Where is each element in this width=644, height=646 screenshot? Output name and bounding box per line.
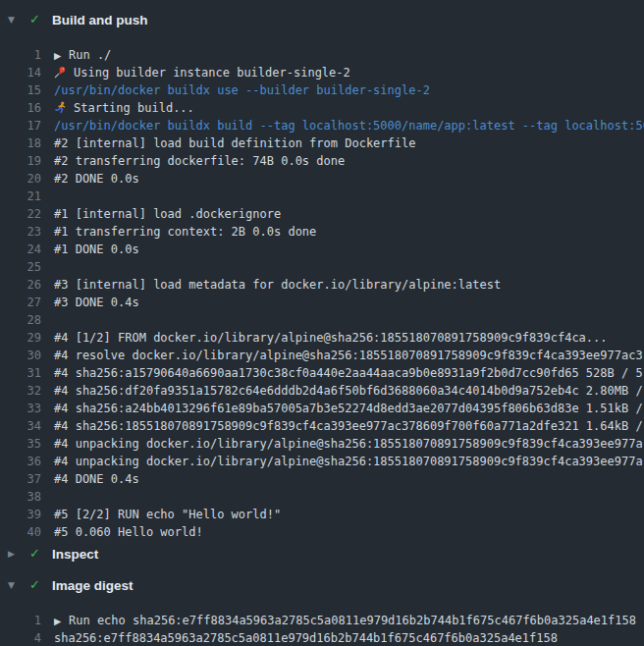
line-number[interactable]: 22 <box>0 205 41 223</box>
success-check-icon: ✓ <box>29 576 52 594</box>
play-icon[interactable]: ▶ <box>54 47 69 64</box>
actions-log-viewer: ▼✓Build and push1▶Run ./14Using builder … <box>0 11 644 646</box>
log-line: 15/usr/bin/docker buildx use --builder b… <box>0 81 644 99</box>
log-text: /usr/bin/docker buildx build --tag local… <box>41 117 644 135</box>
log-text: #4 sha256:df20fa9351a15782c64e6dddb2d4a6… <box>41 382 644 400</box>
line-number[interactable]: 31 <box>0 364 41 382</box>
log-text: #4 [1/2] FROM docker.io/library/alpine@s… <box>41 329 644 347</box>
step-header-inspect[interactable]: ▶✓Inspect <box>0 545 644 563</box>
log-text: #2 [internal] load build definition from… <box>41 135 644 152</box>
log-text-content: Starting build... <box>74 101 194 115</box>
line-number[interactable]: 34 <box>0 417 41 435</box>
log-text-content: #4 sha256:185518070891758909c9f839cf4ca3… <box>54 419 643 433</box>
line-number[interactable]: 38 <box>0 488 41 506</box>
line-number[interactable]: 16 <box>0 99 41 117</box>
step-title: Inspect <box>52 547 98 562</box>
log-text: Starting build... <box>41 99 644 117</box>
line-number[interactable]: 30 <box>0 347 41 364</box>
log-text: #5 0.060 Hello world! <box>41 523 644 541</box>
log-line: 36#4 unpacking docker.io/library/alpine@… <box>0 453 644 470</box>
log-line: 24#1 DONE 0.0s <box>0 241 644 258</box>
log-line: 31#4 sha256:a15790640a6690aa1730c38cf0a4… <box>0 364 644 382</box>
log-line: 38 <box>0 488 644 506</box>
chevron-down-icon: ▼ <box>8 11 29 28</box>
line-number[interactable]: 18 <box>0 135 41 152</box>
log-line: 27#3 DONE 0.4s <box>0 294 644 311</box>
line-number[interactable]: 35 <box>0 435 41 453</box>
log-text <box>41 188 644 205</box>
log-text: #1 transferring context: 2B 0.0s done <box>41 223 644 241</box>
log-text-content: #3 [internal] load metadata for docker.i… <box>54 278 501 292</box>
log-text-content: #4 sha256:df20fa9351a15782c64e6dddb2d4a6… <box>54 384 643 398</box>
step-group-image-digest: ▼✓Image digest1▶Run echo sha256:e7ff8834… <box>0 576 644 646</box>
line-number[interactable]: 28 <box>0 311 41 329</box>
log-text: #4 DONE 0.4s <box>41 470 644 488</box>
log-text: #2 transferring dockerfile: 74B 0.0s don… <box>41 152 644 170</box>
success-check-icon: ✓ <box>29 11 52 28</box>
step-header-build-and-push[interactable]: ▼✓Build and push <box>0 11 644 28</box>
step-title: Build and push <box>52 13 148 27</box>
log-text: #4 unpacking docker.io/library/alpine@sh… <box>41 435 644 453</box>
log-text-content: Using builder instance builder-single-2 <box>74 66 350 80</box>
line-number[interactable]: 14 <box>0 64 41 81</box>
log-line: 30#4 resolve docker.io/library/alpine@sh… <box>0 347 644 364</box>
line-number[interactable]: 21 <box>0 188 41 205</box>
log-text-content: sha256:e7ff8834a5963a2785c5a0811e979d16b… <box>54 631 558 645</box>
line-number[interactable]: 15 <box>0 81 41 99</box>
log-text-content: #3 DONE 0.4s <box>54 296 139 309</box>
log-text-content: #4 sha256:a15790640a6690aa1730c38cf0a440… <box>54 366 643 380</box>
line-number[interactable]: 24 <box>0 241 41 258</box>
line-number[interactable]: 1 <box>0 46 41 64</box>
line-number[interactable]: 25 <box>0 258 41 276</box>
log-line: 17/usr/bin/docker buildx build --tag loc… <box>0 117 644 135</box>
log-text <box>41 311 644 329</box>
log-text[interactable]: ▶Run echo sha256:e7ff8834a5963a2785c5a08… <box>41 612 644 629</box>
log-text: #2 DONE 0.0s <box>41 170 644 188</box>
line-number[interactable]: 27 <box>0 294 41 311</box>
log-text: /usr/bin/docker buildx use --builder bui… <box>41 81 644 99</box>
line-number[interactable]: 19 <box>0 152 41 170</box>
line-number[interactable]: 23 <box>0 223 41 241</box>
log-text-content: Run ./ <box>69 48 111 62</box>
log-text[interactable]: ▶Run ./ <box>41 46 644 64</box>
log-text: #4 sha256:a24bb4013296f61e89ba57005a7b3e… <box>41 400 644 417</box>
line-number[interactable]: 26 <box>0 276 41 294</box>
chevron-right-icon: ▶ <box>8 545 29 563</box>
log-text <box>41 258 644 276</box>
log-text: #4 unpacking docker.io/library/alpine@sh… <box>41 453 644 470</box>
line-number[interactable]: 36 <box>0 453 41 470</box>
line-number[interactable]: 4 <box>0 629 41 646</box>
line-number[interactable]: 17 <box>0 117 41 135</box>
line-number[interactable]: 40 <box>0 523 41 541</box>
log-line: 32#4 sha256:df20fa9351a15782c64e6dddb2d4… <box>0 382 644 400</box>
step-log: 1▶Run echo sha256:e7ff8834a5963a2785c5a0… <box>0 594 644 646</box>
log-text-content: /usr/bin/docker buildx build --tag local… <box>54 119 644 133</box>
log-text: #4 resolve docker.io/library/alpine@sha2… <box>41 347 644 364</box>
line-number[interactable]: 33 <box>0 400 41 417</box>
pushpin-icon <box>54 66 67 79</box>
step-group-inspect: ▶✓Inspect <box>0 545 644 563</box>
line-number[interactable]: 20 <box>0 170 41 188</box>
step-header-image-digest[interactable]: ▼✓Image digest <box>0 576 644 594</box>
line-number[interactable]: 32 <box>0 382 41 400</box>
log-line: 23#1 transferring context: 2B 0.0s done <box>0 223 644 241</box>
log-line: 4sha256:e7ff8834a5963a2785c5a0811e979d16… <box>0 629 644 646</box>
line-number[interactable]: 37 <box>0 470 41 488</box>
log-line: 29#4 [1/2] FROM docker.io/library/alpine… <box>0 329 644 347</box>
line-number[interactable]: 29 <box>0 329 41 347</box>
log-text-content: #4 resolve docker.io/library/alpine@sha2… <box>54 349 643 362</box>
log-text: Using builder instance builder-single-2 <box>41 64 644 81</box>
line-number[interactable]: 1 <box>0 612 41 629</box>
play-icon[interactable]: ▶ <box>54 613 69 629</box>
line-number[interactable]: 39 <box>0 506 41 523</box>
log-line: 1▶Run echo sha256:e7ff8834a5963a2785c5a0… <box>0 612 644 629</box>
log-text-content: Run echo sha256:e7ff8834a5963a2785c5a081… <box>69 614 636 627</box>
log-line: 26#3 [internal] load metadata for docker… <box>0 276 644 294</box>
log-line: 33#4 sha256:a24bb4013296f61e89ba57005a7b… <box>0 400 644 417</box>
log-text-content: #4 sha256:a24bb4013296f61e89ba57005a7b3e… <box>54 402 643 415</box>
log-line: 37#4 DONE 0.4s <box>0 470 644 488</box>
log-text: sha256:e7ff8834a5963a2785c5a0811e979d16b… <box>41 629 644 646</box>
success-check-icon: ✓ <box>29 545 52 563</box>
log-text-content: #4 unpacking docker.io/library/alpine@sh… <box>54 455 643 468</box>
log-text-content: #1 [internal] load .dockerignore <box>54 207 281 221</box>
